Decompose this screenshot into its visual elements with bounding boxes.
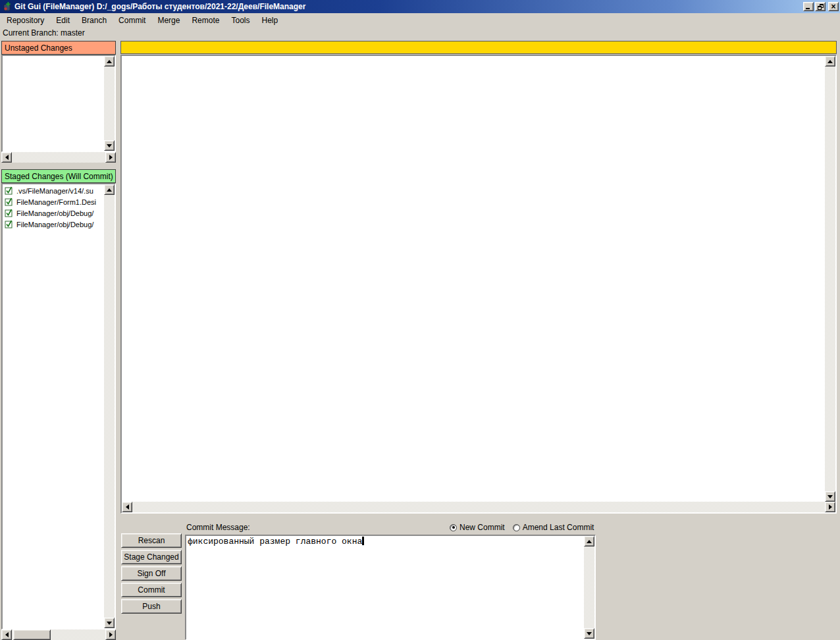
diff-horizontal-scrollbar[interactable] bbox=[122, 502, 835, 512]
scrollbar-thumb[interactable] bbox=[13, 629, 51, 640]
rescan-button[interactable]: Rescan bbox=[121, 533, 182, 548]
sign-off-button[interactable]: Sign Off bbox=[121, 566, 182, 581]
diff-view[interactable] bbox=[120, 55, 837, 514]
menu-tools[interactable]: Tools bbox=[225, 14, 255, 26]
new-commit-radio[interactable] bbox=[450, 524, 457, 531]
unstaged-changes-header: Unstaged Changes bbox=[1, 41, 116, 55]
staged-vertical-scrollbar[interactable] bbox=[104, 184, 115, 628]
unstaged-vertical-scrollbar[interactable] bbox=[104, 56, 115, 151]
unstaged-changes-title: Unstaged Changes bbox=[5, 43, 72, 53]
staged-changes-title: Staged Changes (Will Commit) bbox=[5, 172, 113, 181]
scroll-down-icon[interactable] bbox=[825, 491, 835, 502]
text-cursor bbox=[362, 537, 364, 545]
commit-message-text: фиксированный размер главного окна bbox=[188, 537, 362, 547]
menu-remote[interactable]: Remote bbox=[186, 14, 225, 26]
staged-horizontal-scrollbar[interactable] bbox=[1, 629, 116, 640]
push-button[interactable]: Push bbox=[121, 599, 182, 614]
amend-last-commit-label: Amend Last Commit bbox=[523, 523, 594, 532]
menu-commit[interactable]: Commit bbox=[113, 14, 151, 26]
unstaged-file-list[interactable] bbox=[1, 55, 116, 152]
commit-type-radios: New Commit Amend Last Commit bbox=[450, 522, 599, 533]
minimize-button[interactable] bbox=[803, 2, 814, 11]
scroll-right-icon[interactable] bbox=[105, 629, 116, 640]
menu-help[interactable]: Help bbox=[255, 14, 284, 26]
app-icon[interactable] bbox=[2, 2, 12, 12]
close-button[interactable]: × bbox=[828, 2, 839, 11]
restore-icon bbox=[818, 4, 824, 10]
scroll-down-icon[interactable] bbox=[104, 140, 115, 151]
staged-changes-header: Staged Changes (Will Commit) bbox=[1, 169, 116, 183]
scroll-left-icon[interactable] bbox=[122, 502, 132, 512]
commit-button[interactable]: Commit bbox=[121, 583, 182, 597]
menu-bar: Repository Edit Branch Commit Merge Remo… bbox=[0, 13, 840, 27]
staged-checkbox-icon[interactable] bbox=[5, 209, 13, 217]
staged-file-row[interactable]: FileManager/obj/Debug/ bbox=[2, 219, 104, 230]
staged-file-row[interactable]: .vs/FileManager/v14/.su bbox=[2, 185, 104, 196]
titlebar[interactable]: Git Gui (FileManager) D:/_gogs/Работы ст… bbox=[0, 0, 840, 13]
scroll-down-icon[interactable] bbox=[104, 618, 115, 628]
staged-checkbox-icon[interactable] bbox=[5, 220, 13, 228]
scroll-up-icon[interactable] bbox=[825, 56, 835, 67]
menu-repository[interactable]: Repository bbox=[1, 14, 50, 26]
scroll-right-icon[interactable] bbox=[105, 152, 116, 163]
staged-checkbox-icon[interactable] bbox=[5, 198, 13, 206]
new-commit-label: New Commit bbox=[459, 523, 505, 532]
staged-file-name: FileManager/obj/Debug/ bbox=[16, 221, 93, 228]
amend-last-commit-radio[interactable] bbox=[513, 524, 520, 531]
menu-branch[interactable]: Branch bbox=[76, 14, 113, 26]
scroll-left-icon[interactable] bbox=[1, 152, 12, 163]
window-title: Git Gui (FileManager) D:/_gogs/Работы ст… bbox=[14, 2, 802, 11]
scroll-left-icon[interactable] bbox=[1, 629, 12, 640]
menu-merge[interactable]: Merge bbox=[151, 14, 186, 26]
commit-message-label: Commit Message: bbox=[186, 523, 250, 532]
staged-checkbox-icon[interactable] bbox=[5, 186, 13, 195]
restore-button[interactable] bbox=[815, 2, 826, 11]
unstaged-horizontal-scrollbar[interactable] bbox=[1, 152, 116, 163]
diff-header-bar bbox=[120, 41, 837, 54]
staged-file-list[interactable]: .vs/FileManager/v14/.su FileManager/Form… bbox=[1, 183, 116, 629]
commit-message-scrollbar[interactable] bbox=[584, 536, 594, 639]
staged-file-row[interactable]: FileManager/Form1.Desi bbox=[2, 196, 104, 207]
radio-selected-dot bbox=[452, 526, 455, 529]
commit-message-input[interactable]: фиксированный размер главного окна bbox=[185, 535, 596, 640]
scroll-up-icon[interactable] bbox=[584, 536, 594, 547]
scroll-up-icon[interactable] bbox=[104, 56, 115, 67]
diff-vertical-scrollbar[interactable] bbox=[825, 56, 835, 502]
menu-edit[interactable]: Edit bbox=[50, 14, 76, 26]
close-icon: × bbox=[831, 3, 835, 10]
staged-file-name: FileManager/obj/Debug/ bbox=[16, 209, 93, 217]
scroll-down-icon[interactable] bbox=[584, 628, 594, 639]
current-branch-label: Current Branch: master bbox=[3, 28, 85, 39]
scroll-right-icon[interactable] bbox=[825, 502, 835, 512]
staged-file-name: FileManager/Form1.Desi bbox=[16, 198, 96, 206]
staged-file-row[interactable]: FileManager/obj/Debug/ bbox=[2, 207, 104, 219]
staged-file-name: .vs/FileManager/v14/.su bbox=[16, 187, 93, 195]
minimize-icon bbox=[806, 8, 810, 9]
scroll-up-icon[interactable] bbox=[104, 184, 115, 195]
stage-changed-button[interactable]: Stage Changed bbox=[121, 550, 182, 564]
